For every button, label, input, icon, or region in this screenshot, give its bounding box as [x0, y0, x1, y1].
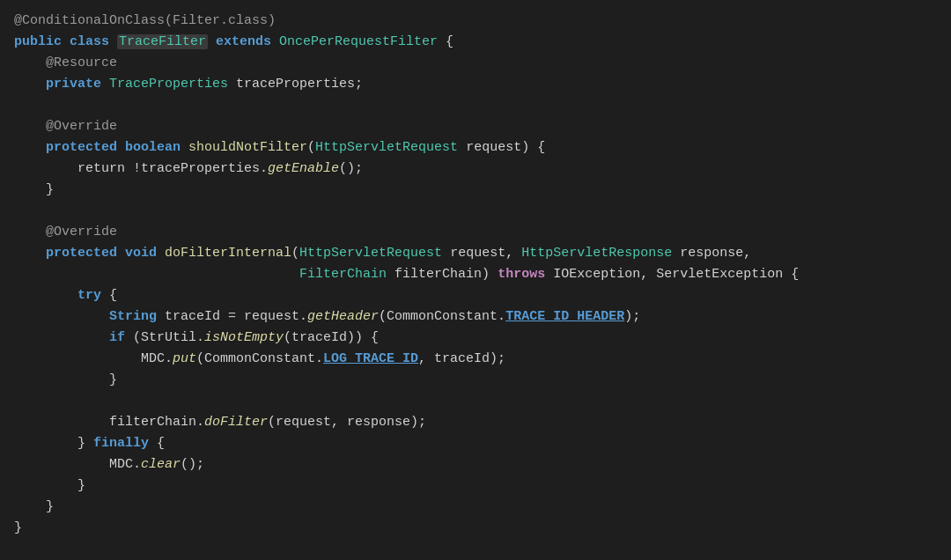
code-token: throws: [498, 267, 553, 282]
code-token: }: [14, 499, 54, 514]
blank-line: [14, 201, 951, 222]
code-token: LOG_TRACE_ID: [323, 351, 418, 366]
code-token: }: [14, 372, 117, 387]
code-token: finally: [93, 436, 149, 451]
code-token: [14, 246, 46, 261]
code-token: try: [77, 288, 101, 303]
code-line: FilterChain filterChain) throws IOExcept…: [14, 264, 951, 285]
code-token: IOException, ServletException {: [553, 267, 799, 282]
code-token: public: [14, 34, 70, 49]
code-token: @ConditionalOnClass(Filter.class): [14, 13, 276, 28]
blank-line: [14, 95, 951, 116]
code-token: (: [291, 246, 299, 261]
code-token: [14, 267, 299, 282]
code-token: isNotEmpty: [204, 330, 284, 345]
code-token: (traceId)) {: [284, 330, 379, 345]
code-line: MDC.put(CommonConstant.LOG_TRACE_ID, tra…: [14, 349, 951, 370]
code-token: String: [109, 309, 157, 324]
code-token: }: [14, 182, 54, 197]
code-token: (StrUtil.: [133, 330, 204, 345]
code-token: @Override: [14, 225, 117, 239]
code-token: doFilter: [204, 415, 268, 430]
code-line: @Override: [14, 222, 951, 243]
code-token: ();: [181, 457, 204, 472]
code-token: protected: [46, 246, 125, 261]
code-token: void: [125, 246, 165, 261]
code-token: {: [149, 436, 165, 451]
code-token: (: [307, 140, 315, 155]
code-token: getEnable: [268, 161, 339, 176]
code-line: }: [14, 370, 951, 391]
code-token: filterChain.: [14, 415, 204, 430]
code-line: public class TraceFilter extends OncePer…: [14, 32, 951, 53]
code-token: clear: [141, 457, 181, 472]
code-token: TraceProperties: [109, 77, 228, 92]
code-line: String traceId = request.getHeader(Commo…: [14, 306, 951, 328]
code-token: put: [173, 351, 196, 366]
code-token: HttpServletResponse: [521, 246, 672, 261]
code-token: boolean: [125, 140, 188, 155]
code-token: [14, 140, 46, 155]
code-token: request) {: [458, 140, 545, 155]
code-editor: @ConditionalOnClass(Filter.class)public …: [0, 0, 951, 560]
code-token: , traceId);: [418, 351, 505, 366]
blank-line: [14, 391, 951, 412]
code-token: response,: [672, 246, 751, 261]
code-token: if: [109, 330, 133, 345]
code-line: }: [14, 497, 951, 518]
code-line: if (StrUtil.isNotEmpty(traceId)) {: [14, 328, 951, 349]
code-line: }: [14, 518, 951, 539]
code-token: {: [101, 288, 117, 303]
code-token: }: [14, 478, 85, 493]
code-token: TraceFilter: [117, 34, 208, 49]
code-token: class: [70, 34, 117, 49]
code-line: @Resource: [14, 53, 951, 74]
code-token: shouldNotFilter: [188, 140, 307, 155]
code-token: (CommonConstant.: [196, 351, 323, 366]
code-token: }: [14, 436, 93, 451]
code-token: extends: [208, 34, 279, 49]
code-block: @ConditionalOnClass(Filter.class)public …: [14, 11, 951, 539]
code-token: );: [624, 309, 640, 324]
code-token: doFilterInternal: [165, 246, 291, 261]
code-token: MDC.: [14, 351, 173, 366]
code-token: HttpServletRequest: [315, 140, 458, 155]
code-line: try {: [14, 285, 951, 306]
code-token: @Resource: [14, 55, 117, 70]
code-token: traceId = request.: [157, 309, 307, 324]
code-line: private TraceProperties traceProperties;: [14, 74, 951, 95]
code-token: (request, response);: [268, 415, 426, 430]
code-token: MDC.: [14, 457, 141, 472]
code-token: OncePerRequestFilter: [279, 34, 438, 49]
code-token: protected: [46, 140, 125, 155]
code-token: [14, 77, 46, 92]
code-token: getHeader: [307, 309, 379, 324]
code-token: [14, 330, 109, 345]
code-line: return !traceProperties.getEnable();: [14, 158, 951, 180]
code-token: @Override: [14, 119, 117, 134]
code-token: ();: [339, 161, 363, 176]
code-token: [14, 288, 77, 303]
code-line: } finally {: [14, 433, 951, 454]
code-token: FilterChain: [299, 267, 387, 282]
code-token: private: [46, 77, 109, 92]
code-token: traceProperties;: [228, 77, 363, 92]
code-line: filterChain.doFilter(request, response);: [14, 412, 951, 433]
code-token: filterChain): [387, 267, 498, 282]
code-line: @ConditionalOnClass(Filter.class): [14, 11, 951, 32]
code-token: (CommonConstant.: [379, 309, 505, 324]
code-token: return !traceProperties.: [14, 161, 268, 176]
code-token: request,: [442, 246, 521, 261]
code-token: HttpServletRequest: [299, 246, 442, 261]
code-token: {: [438, 34, 453, 49]
code-line: protected void doFilterInternal(HttpServ…: [14, 243, 951, 264]
code-line: @Override: [14, 116, 951, 137]
code-token: }: [14, 520, 22, 535]
code-line: protected boolean shouldNotFilter(HttpSe…: [14, 137, 951, 158]
code-token: TRACE_ID_HEADER: [505, 309, 624, 324]
code-line: MDC.clear();: [14, 454, 951, 475]
code-line: }: [14, 180, 951, 201]
code-line: }: [14, 475, 951, 497]
code-token: [14, 309, 109, 324]
